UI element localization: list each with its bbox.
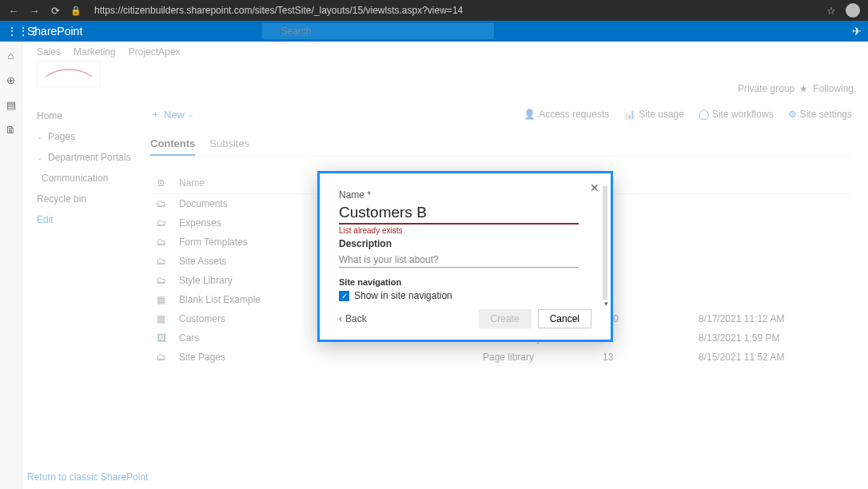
cancel-button[interactable]: Cancel [538, 309, 591, 328]
reload-icon[interactable]: ⟳ [50, 5, 61, 16]
name-error: List already exists [339, 226, 591, 235]
suite-title[interactable]: SharePoint [27, 25, 82, 38]
site-navigation-label: Site navigation [339, 277, 591, 287]
forward-icon[interactable]: → [29, 5, 40, 16]
search-input[interactable] [262, 23, 494, 39]
share-icon[interactable]: ✈ [852, 25, 862, 38]
chevron-left-icon: ‹ [339, 313, 342, 324]
bookmark-star-icon[interactable]: ☆ [826, 5, 836, 17]
lock-icon: 🔒 [70, 6, 82, 16]
create-button[interactable]: Create [479, 309, 532, 328]
name-label: Name * [339, 189, 591, 201]
chevron-down-icon[interactable]: ▾ [604, 300, 608, 308]
create-rail-icon[interactable]: ⊕ [6, 74, 15, 86]
scrollbar[interactable] [603, 186, 607, 300]
app-rail: ⌂ ⊕ ▤ 🗎 [0, 42, 22, 489]
show-in-nav-label: Show in site navigation [354, 290, 452, 301]
description-label: Description [339, 238, 591, 249]
suite-header: ⋮⋮⋮ SharePoint 🔍 ✈ [0, 21, 868, 42]
home-rail-icon[interactable]: ⌂ [8, 50, 14, 62]
create-list-panel: ✕ Name * List already exists Description… [317, 171, 613, 342]
profile-avatar[interactable] [846, 3, 860, 18]
browser-toolbar: ← → ⟳ 🔒 https://citizenbuilders.sharepoi… [0, 0, 868, 21]
files-rail-icon[interactable]: 🗎 [6, 124, 16, 136]
list-description-input[interactable] [339, 252, 579, 268]
show-in-nav-checkbox[interactable]: ✓ [339, 291, 349, 301]
mysites-rail-icon[interactable]: ▤ [6, 99, 16, 111]
close-icon[interactable]: ✕ [590, 181, 599, 194]
list-name-input[interactable] [339, 202, 579, 225]
address-bar[interactable]: https://citizenbuilders.sharepoint.com/s… [94, 5, 817, 16]
back-button[interactable]: ‹ Back [339, 313, 367, 324]
app-launcher-icon[interactable]: ⋮⋮⋮ [6, 25, 27, 38]
back-icon[interactable]: ← [8, 5, 19, 16]
